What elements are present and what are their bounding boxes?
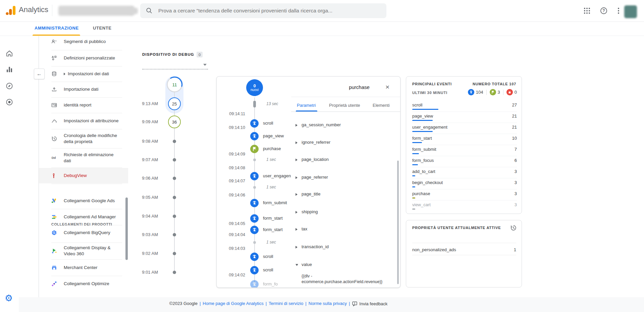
stream-event-label[interactable]: form_submit bbox=[263, 200, 287, 205]
minute-dot[interactable] bbox=[173, 196, 176, 199]
stream-event-label[interactable]: purchase bbox=[263, 146, 281, 151]
sidebar-item-importazione-dati[interactable]: Importazione dati bbox=[39, 82, 128, 97]
sidebar-item-collegamenti-display-video-360[interactable]: Collegamenti Display & Video 360 bbox=[39, 243, 128, 259]
param-caret-icon[interactable] bbox=[296, 141, 298, 144]
stream-event-label[interactable]: scroll bbox=[263, 267, 273, 272]
minute-dot[interactable] bbox=[173, 140, 176, 143]
top-event-row-add_to_cart[interactable]: add_to_cart3 bbox=[412, 167, 517, 178]
stream-event-label[interactable]: scroll bbox=[263, 254, 273, 259]
sidebar-item-definizioni-personalizzate[interactable]: Definizioni personalizzate bbox=[39, 50, 128, 66]
explore-icon[interactable] bbox=[5, 82, 13, 90]
expand-caret-icon[interactable] bbox=[64, 73, 65, 75]
blurred-account-name[interactable] bbox=[58, 6, 134, 16]
collapse-back-button[interactable]: ← bbox=[34, 69, 45, 79]
top-event-row-page_view[interactable]: page_view21 bbox=[412, 112, 517, 123]
param-row-page_referrer[interactable]: page_referrer1 bbox=[296, 174, 396, 182]
tab-utente[interactable]: UTENTE bbox=[93, 26, 112, 31]
param-row-ignore_referrer[interactable]: ignore_referrer1 bbox=[296, 139, 396, 147]
params-scrollbar[interactable] bbox=[397, 161, 399, 284]
sidebar-item-identit-report[interactable]: identità report bbox=[39, 97, 128, 113]
sidebar-item-collegamenti-bigquery[interactable]: Collegamenti BigQuery bbox=[39, 225, 128, 240]
top-event-row-user_engagement[interactable]: user_engagement21 bbox=[412, 123, 517, 134]
sidebar-item-impostazioni-dei-dati[interactable]: Impostazioni dei dati bbox=[39, 66, 128, 82]
param-row-ga_session_number[interactable]: ga_session_number1 bbox=[296, 122, 396, 130]
advertising-icon[interactable] bbox=[5, 98, 13, 106]
top-event-row-purchase[interactable]: purchase3 bbox=[412, 189, 517, 200]
param-caret-icon[interactable] bbox=[296, 246, 298, 249]
help-icon[interactable]: ? bbox=[600, 7, 608, 15]
param-row-value[interactable]: value1 bbox=[296, 261, 396, 269]
minute-dot[interactable] bbox=[173, 215, 176, 218]
minute-circle[interactable]: 25 bbox=[168, 97, 181, 110]
stream-event-icon-touch[interactable] bbox=[250, 266, 259, 274]
stream-event-icon-touch[interactable] bbox=[250, 119, 259, 128]
param-row-transaction_id[interactable]: transaction_id1 bbox=[296, 243, 396, 252]
stream-event-label[interactable]: user_engagen bbox=[263, 173, 291, 178]
top-event-row-scroll[interactable]: scroll27 bbox=[412, 101, 517, 112]
sidebar-item-collegamenti-optimize[interactable]: Collegamenti Optimize bbox=[39, 276, 128, 292]
sidebar-item-richieste-di-eliminazione-dati[interactable]: DdRichieste di eliminazione dati bbox=[39, 150, 128, 166]
device-dropdown-caret-icon[interactable] bbox=[203, 64, 207, 66]
footer-link[interactable]: Home page di Google Analytics bbox=[203, 301, 263, 306]
sidebar-item-segmenti-di-pubblico[interactable]: Segmenti di pubblico bbox=[39, 36, 128, 49]
apps-grid-icon[interactable] bbox=[583, 7, 591, 15]
home-icon[interactable] bbox=[5, 49, 13, 57]
param-row-tax[interactable]: tax1 bbox=[296, 226, 396, 234]
reports-icon[interactable] bbox=[5, 65, 13, 74]
param-caret-icon[interactable] bbox=[296, 193, 298, 196]
minute-circle[interactable]: 36 bbox=[168, 116, 181, 128]
stream-event-icon-touch[interactable] bbox=[250, 253, 259, 261]
stream-event-icon-touch[interactable] bbox=[250, 226, 259, 234]
top-event-row-form_submit[interactable]: form_submit7 bbox=[412, 145, 517, 156]
minute-dot[interactable] bbox=[173, 271, 176, 274]
stream-event-icon-touch[interactable] bbox=[250, 280, 259, 288]
sidebar-item-collegamenti-ad-manager[interactable]: Collegamenti Ad Manager bbox=[39, 209, 128, 225]
minute-dot[interactable] bbox=[173, 233, 176, 236]
more-options-icon[interactable] bbox=[614, 7, 623, 15]
top-event-row-form_focus[interactable]: form_focus6 bbox=[412, 156, 517, 167]
admin-gear-icon[interactable]: ⚙ bbox=[5, 293, 13, 303]
stream-event-label[interactable]: form_fo bbox=[263, 281, 278, 286]
top-event-row-begin_checkout[interactable]: begin_checkout3 bbox=[412, 178, 517, 189]
tab-proprieta-utente[interactable]: Proprietà utente bbox=[329, 103, 360, 108]
stream-event-label[interactable]: scroll bbox=[263, 121, 273, 126]
stream-event-label[interactable]: form_start bbox=[263, 227, 283, 232]
param-caret-icon[interactable] bbox=[296, 159, 298, 161]
tab-elementi[interactable]: Elementi bbox=[373, 103, 390, 108]
top-event-row-form_start[interactable]: form_start10 bbox=[412, 134, 517, 145]
stream-event-label[interactable]: form_start bbox=[263, 216, 283, 221]
tab-amministrazione[interactable]: AMMINISTRAZIONE bbox=[35, 26, 79, 31]
footer-link[interactable]: Norme sulla privacy bbox=[309, 301, 347, 306]
stream-event-icon-touch[interactable] bbox=[250, 132, 259, 140]
sidebar-item-debugview[interactable]: DebugView bbox=[39, 168, 128, 183]
minute-dot[interactable] bbox=[173, 252, 176, 255]
param-caret-icon[interactable] bbox=[296, 264, 298, 266]
user-avatar[interactable] bbox=[624, 5, 637, 18]
top-event-row-view_cart[interactable]: view_cart3 bbox=[412, 200, 517, 211]
search-input[interactable] bbox=[158, 7, 374, 14]
current-minute-circle[interactable]: 11 bbox=[166, 76, 183, 93]
footer-link[interactable]: Termini di servizio bbox=[269, 301, 303, 306]
history-clock-icon[interactable] bbox=[510, 224, 517, 231]
stream-event-icon-touch[interactable] bbox=[250, 214, 259, 223]
param-row-page_location[interactable]: page_location1 bbox=[296, 156, 396, 164]
sidebar-item-impostazioni-di-attribuzione[interactable]: Impostazioni di attribuzione bbox=[39, 113, 128, 129]
tab-parametri[interactable]: Parametri bbox=[297, 103, 316, 108]
minute-dot[interactable] bbox=[173, 158, 176, 162]
stream-event-icon-touch[interactable] bbox=[250, 172, 259, 180]
param-row-page_title[interactable]: page_title1 bbox=[296, 191, 396, 199]
sidebar-item-collegamenti-google-ads[interactable]: Collegamenti Google Ads bbox=[39, 193, 128, 209]
feedback-button[interactable]: Invia feedback bbox=[352, 301, 387, 307]
minute-dot[interactable] bbox=[173, 177, 176, 180]
param-caret-icon[interactable] bbox=[296, 124, 298, 127]
param-row-shipping[interactable]: shipping1 bbox=[296, 209, 396, 217]
param-caret-icon[interactable] bbox=[296, 228, 298, 231]
sidebar-item-cronologia-delle-modifiche-della-propriet-[interactable]: Cronologia delle modifiche della proprie… bbox=[39, 131, 128, 146]
stream-event-icon-touch[interactable] bbox=[250, 199, 259, 207]
param-caret-icon[interactable] bbox=[296, 211, 298, 214]
search-bar[interactable] bbox=[140, 3, 386, 18]
sidebar-item-merchant-center[interactable]: Merchant Center bbox=[39, 260, 128, 275]
stream-event-label[interactable]: page_view bbox=[263, 133, 284, 138]
param-caret-icon[interactable] bbox=[296, 176, 298, 179]
stream-event-icon-flag[interactable] bbox=[250, 145, 259, 153]
